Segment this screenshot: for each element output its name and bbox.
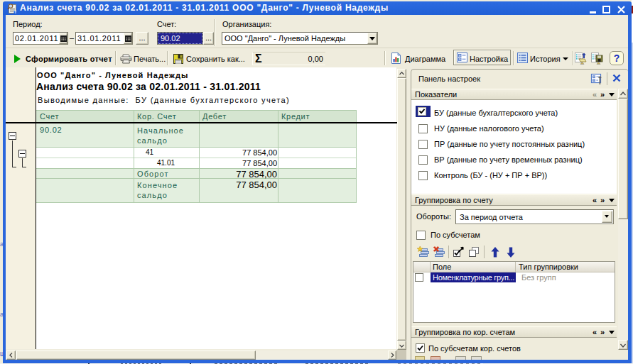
svg-text:T: T bbox=[14, 11, 16, 14]
